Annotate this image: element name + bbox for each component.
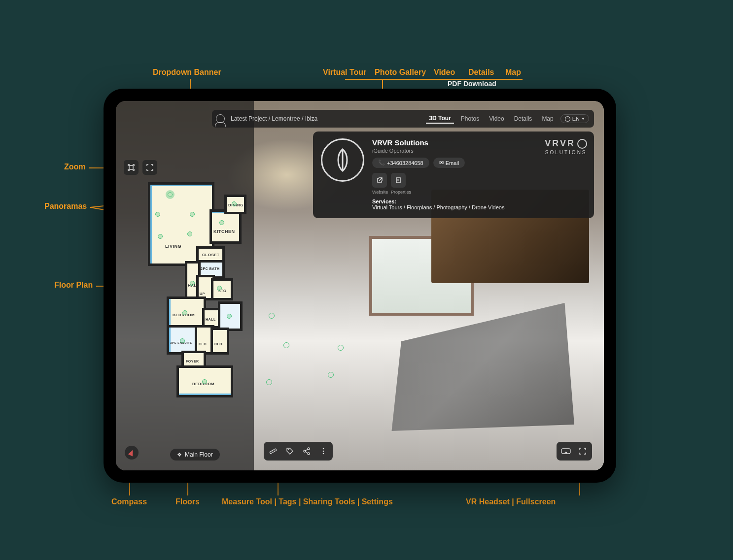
tablet-screen: LIVING KITCHEN DINING CLOSET 2PC BATH HA… bbox=[116, 101, 604, 470]
floor-selector[interactable]: Main Floor bbox=[170, 449, 220, 461]
svg-rect-10 bbox=[561, 449, 570, 454]
user-icon[interactable] bbox=[216, 114, 225, 123]
anno-details: Details bbox=[468, 68, 494, 77]
anno-floor-plan: Floor Plan bbox=[54, 281, 93, 290]
svg-point-8 bbox=[323, 451, 324, 452]
room-label-up: UP bbox=[200, 292, 205, 296]
bottom-toolbar bbox=[264, 442, 333, 461]
panorama-hotspot[interactable] bbox=[266, 379, 272, 385]
fullscreen-button[interactable] bbox=[575, 444, 590, 459]
anno-pdf-download: PDF Download bbox=[448, 80, 496, 88]
anno-line bbox=[345, 79, 523, 80]
chevron-down-icon bbox=[582, 118, 585, 120]
anno-floors: Floors bbox=[175, 497, 200, 506]
website-button[interactable] bbox=[372, 173, 387, 188]
anno-video: Video bbox=[434, 68, 455, 77]
share-button[interactable] bbox=[299, 444, 314, 459]
anno-map: Map bbox=[505, 68, 521, 77]
email-button[interactable]: ✉ Email bbox=[433, 158, 465, 168]
anno-bottom-tools: Measure Tool | Tags | Sharing Tools | Se… bbox=[222, 497, 393, 506]
panorama-hotspot[interactable] bbox=[328, 372, 334, 378]
anno-dropdown-banner: Dropdown Banner bbox=[153, 68, 221, 77]
panorama-dot[interactable] bbox=[158, 234, 163, 239]
svg-point-4 bbox=[304, 450, 306, 452]
email-icon: ✉ bbox=[439, 160, 444, 166]
layers-icon bbox=[177, 451, 182, 458]
properties-button[interactable] bbox=[391, 173, 406, 188]
anno-vr-fullscreen: VR Headset | Fullscreen bbox=[466, 497, 556, 506]
zoom-expand-button[interactable] bbox=[142, 160, 157, 175]
tablet-frame: LIVING KITCHEN DINING CLOSET 2PC BATH HA… bbox=[104, 89, 616, 483]
compass[interactable] bbox=[125, 446, 139, 460]
room-label-clo2: CLO bbox=[214, 342, 222, 346]
tab-map[interactable]: Map bbox=[539, 114, 556, 123]
panorama-dot[interactable] bbox=[190, 281, 195, 286]
tab-video[interactable]: Video bbox=[486, 114, 507, 123]
panorama-dot[interactable] bbox=[232, 201, 237, 206]
room-label-closet: CLOSET bbox=[202, 253, 219, 257]
panorama-dot[interactable] bbox=[202, 379, 207, 384]
svg-point-6 bbox=[308, 453, 310, 455]
globe-icon bbox=[565, 116, 570, 122]
panorama-hotspot[interactable] bbox=[338, 345, 344, 351]
panorama-dot[interactable] bbox=[227, 314, 232, 319]
svg-rect-2 bbox=[270, 449, 277, 454]
room-label-living: LIVING bbox=[165, 244, 181, 249]
settings-button[interactable] bbox=[316, 444, 331, 459]
anno-compass: Compass bbox=[111, 497, 147, 506]
svg-point-5 bbox=[308, 448, 310, 450]
phone-icon: 📞 bbox=[378, 160, 385, 166]
room-label-hall2: HALL bbox=[206, 318, 216, 321]
floorplan-panel: LIVING KITCHEN DINING CLOSET 2PC BATH HA… bbox=[116, 101, 254, 470]
room-label-kitchen: KITCHEN bbox=[213, 229, 235, 234]
panorama-dot[interactable] bbox=[219, 220, 224, 225]
anno-panoramas: Panoramas bbox=[44, 202, 87, 211]
services-text: Services: Virtual Tours / Floorplans / P… bbox=[372, 198, 537, 210]
svg-rect-1 bbox=[396, 178, 400, 183]
tab-photos[interactable]: Photos bbox=[458, 114, 482, 123]
vr-headset-button[interactable] bbox=[558, 444, 573, 459]
email-label: Email bbox=[446, 160, 459, 166]
svg-rect-0 bbox=[129, 165, 133, 169]
measure-tool-button[interactable] bbox=[266, 444, 280, 459]
svg-point-7 bbox=[323, 448, 324, 450]
panorama-dot[interactable] bbox=[187, 231, 192, 236]
website-label: Website bbox=[372, 190, 387, 195]
anno-zoom: Zoom bbox=[64, 163, 86, 171]
language-label: EN bbox=[572, 116, 580, 122]
svg-point-9 bbox=[323, 453, 324, 455]
phone-label: +34603284658 bbox=[387, 160, 423, 166]
tags-button[interactable] bbox=[282, 444, 297, 459]
zoom-controls bbox=[124, 160, 157, 175]
panorama-dot[interactable] bbox=[190, 212, 195, 217]
zoom-fit-button[interactable] bbox=[124, 160, 139, 175]
properties-label: Properties bbox=[391, 190, 406, 195]
phone-button[interactable]: 📞 +34603284658 bbox=[372, 158, 429, 168]
panorama-dot[interactable] bbox=[217, 286, 222, 291]
floorplan[interactable]: LIVING KITCHEN DINING CLOSET 2PC BATH HA… bbox=[140, 185, 244, 396]
tab-details[interactable]: Details bbox=[511, 114, 535, 123]
room-label-clo: CLO bbox=[199, 342, 207, 346]
panorama-dot[interactable] bbox=[155, 212, 160, 217]
banner-subtitle: iGuide Operators bbox=[372, 148, 537, 154]
tab-3d-tour[interactable]: 3D Tour bbox=[426, 114, 454, 124]
brand-circle-icon bbox=[577, 139, 587, 149]
anno-photo-gallery: Photo Gallery bbox=[375, 68, 426, 77]
panorama-hotspot[interactable] bbox=[269, 313, 275, 319]
panorama-hotspot[interactable] bbox=[283, 342, 289, 348]
language-selector[interactable]: EN bbox=[560, 114, 589, 123]
banner-title: VRVR Solutions bbox=[372, 138, 537, 147]
floor-selector-label: Main Floor bbox=[185, 451, 213, 458]
dropdown-banner: VRVR Solutions iGuide Operators 📞 +34603… bbox=[313, 132, 594, 218]
svg-point-3 bbox=[288, 449, 289, 450]
room-label-foyer: FOYER bbox=[186, 360, 199, 363]
right-toolbar bbox=[557, 442, 592, 461]
breadcrumb[interactable]: Latest Project / Lemontree / Ibiza bbox=[231, 115, 422, 122]
room-label-bath: 2PC BATH bbox=[201, 267, 219, 270]
panorama-dot[interactable] bbox=[180, 338, 185, 343]
panorama-dot[interactable] bbox=[168, 192, 173, 197]
panorama-dot[interactable] bbox=[182, 310, 187, 315]
topbar: Latest Project / Lemontree / Ibiza 3D To… bbox=[212, 110, 594, 128]
brand-mark: VRVR SOLUTIONS bbox=[545, 138, 587, 210]
company-logo bbox=[321, 138, 364, 182]
